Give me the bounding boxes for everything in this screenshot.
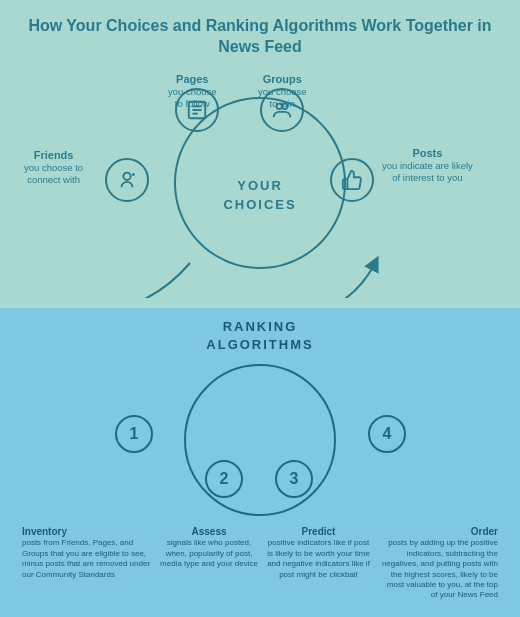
main-title: How Your Choices and Ranking Algorithms … (20, 16, 500, 58)
top-section: How Your Choices and Ranking Algorithms … (0, 0, 520, 308)
bottom-section: RANKINGALGORITHMS 1 2 3 4 (0, 308, 520, 617)
your-choices-label: YOURCHOICES (223, 176, 296, 215)
friends-label: Friends you choose to connect with (24, 148, 83, 187)
order-label: Order posts by adding up the positive in… (378, 525, 498, 600)
ranking-arc-svg (0, 360, 520, 530)
ranking-diagram: 1 2 3 4 (20, 360, 500, 535)
svg-line-9 (133, 173, 135, 175)
choices-diagram: Pages you choose to follow Groups you ch… (20, 68, 500, 308)
posts-icon-circle (330, 158, 374, 202)
predict-label: Predict positive indicators like if post… (266, 525, 371, 600)
posts-label: Posts you indicate are likely of interes… (382, 146, 473, 185)
svg-point-10 (185, 365, 335, 515)
bottom-labels: Inventory posts from Friends, Pages, and… (20, 525, 500, 600)
pages-label: Pages you choose to follow (168, 72, 217, 111)
groups-label: Groups you choose to join (258, 72, 307, 111)
inventory-label: Inventory posts from Friends, Pages, and… (22, 525, 152, 600)
ranking-title: RANKINGALGORITHMS (20, 318, 500, 354)
assess-label: Assess signals like who posted, when, po… (159, 525, 259, 600)
svg-point-7 (123, 172, 130, 179)
friends-icon-circle (105, 158, 149, 202)
